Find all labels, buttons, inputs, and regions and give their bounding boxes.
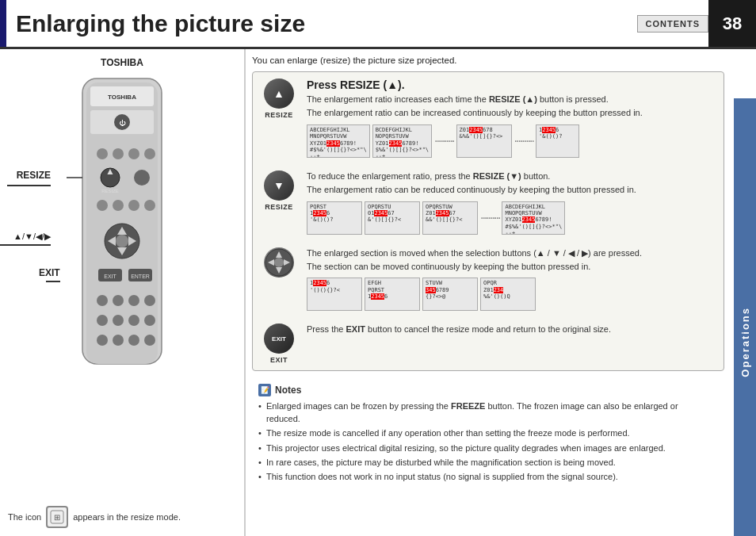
resize-up-label: RESIZE — [265, 111, 293, 119]
step-3-desc1: The enlarged section is moved when the s… — [307, 247, 717, 259]
step-4-row: EXIT EXIT Press the EXIT button to cance… — [259, 324, 717, 364]
header-accent-bar — [0, 0, 6, 47]
notes-icon: 📝 — [258, 384, 271, 396]
note-item-2: The resize mode is cancelled if any oper… — [258, 427, 693, 439]
svg-point-15 — [97, 200, 108, 211]
dots-1: ·········· — [434, 134, 453, 148]
svg-point-24 — [116, 235, 128, 247]
preview-box-1a: ABCDEFGHIJKLMNOPQRSTUVWXYZ0123456789!#$%… — [307, 124, 370, 158]
contents-button[interactable]: CONTENTS — [637, 15, 709, 33]
resize-mode-icon: ⊞ — [46, 506, 68, 528]
preview-box-2a: PQRST123456'&()()? — [307, 201, 362, 235]
step-2-desc: The enlargement ratio can be reduced con… — [307, 184, 717, 196]
notes-section: 📝 Notes Enlarged images can be frozen by… — [252, 377, 724, 492]
note-item-4: In rare cases, the picture may be distur… — [258, 457, 693, 469]
svg-point-39 — [128, 335, 139, 346]
svg-point-18 — [144, 200, 155, 211]
page-number: 38 — [708, 0, 756, 47]
svg-point-8 — [113, 148, 124, 159]
svg-point-40 — [144, 335, 155, 346]
svg-text:▲: ▲ — [105, 166, 115, 177]
svg-point-9 — [128, 148, 139, 159]
icon-note-text-after: appears in the resize mode. — [73, 512, 181, 522]
svg-text:⊞: ⊞ — [54, 513, 60, 522]
preview-row-3: 123456'()(){}?< EFGHPQRST123456 STUVW345… — [307, 278, 717, 311]
svg-text:⏻: ⏻ — [119, 120, 126, 127]
step-1-desc2: The enlargement ratio can be increased c… — [307, 107, 717, 119]
notes-list: Enlarged images can be frozen by pressin… — [258, 400, 693, 483]
remote-svg: TOSHIBA ⏻ ▲ RESIZE — [67, 75, 178, 376]
step-3-desc2: The section can be moved continuously by… — [307, 261, 717, 273]
svg-point-34 — [113, 315, 124, 326]
right-wrapper: You can enlarge (resize) the picture siz… — [246, 49, 756, 536]
note-item-1: Enlarged images can be frozen by pressin… — [258, 400, 693, 425]
main-content: TOSHIBA TOSHIBA ⏻ — [0, 49, 756, 536]
step-2-row: ▼ RESIZE To reduce the enlargement ratio… — [259, 170, 717, 239]
svg-point-36 — [144, 315, 155, 326]
nav-annotation: ▲/▼/◀/▶ — [0, 232, 51, 246]
preview-box-1d: 123456'&()()? — [536, 124, 579, 158]
nav-button-icon — [264, 247, 294, 278]
header-title-area: Enlarging the picture size — [6, 0, 637, 47]
remote-container: TOSHIBA ⏻ ▲ RESIZE — [8, 75, 236, 498]
resize-annotation: RESIZE — [7, 170, 51, 186]
svg-point-49 — [274, 258, 284, 267]
step-1-title: Press RESIZE (▲). — [307, 78, 717, 91]
right-content: You can enlarge (resize) the picture siz… — [246, 49, 756, 536]
icon-note-text-before: The icon — [8, 512, 41, 522]
svg-text:RESIZE: RESIZE — [101, 189, 119, 193]
svg-text:ENTER: ENTER — [131, 274, 150, 279]
svg-point-7 — [97, 148, 108, 159]
preview-box-1b: BCDEFGHIJKLNOPQRSTUVWYZ0123456789!$%&'()… — [372, 124, 432, 158]
step-1-icon: ▲ RESIZE — [259, 78, 299, 119]
preview-row-2: PQRST123456'&()()? OPQRSTU01234567&'()[]… — [307, 201, 717, 235]
left-panel: TOSHIBA TOSHIBA ⏻ — [0, 49, 246, 536]
preview-box-3b: EFGHPQRST123456 — [365, 278, 420, 311]
header-right-area: CONTENTS 38 — [637, 0, 757, 47]
step-2-icon: ▼ RESIZE — [259, 170, 299, 211]
svg-point-10 — [144, 148, 155, 159]
intro-text: You can enlarge (resize) the picture siz… — [252, 56, 724, 65]
step-3-row: The enlarged section is moved when the s… — [259, 247, 717, 316]
svg-point-38 — [113, 335, 124, 346]
step-3-content: The enlarged section is moved when the s… — [307, 247, 717, 316]
note-item-5: This function does not work in no input … — [258, 471, 693, 483]
svg-point-33 — [97, 315, 108, 326]
page-title: Enlarging the picture size — [16, 10, 305, 37]
nav-annotation-label: ▲/▼/◀/▶ — [13, 232, 51, 242]
step-1-desc1: The enlargement ratio increases each tim… — [307, 94, 717, 105]
step-4-icon: EXIT EXIT — [259, 324, 299, 364]
resize-down-label: RESIZE — [265, 203, 293, 211]
note-item-3: This projector uses electrical digital r… — [258, 442, 693, 454]
notes-title: 📝 Notes — [258, 384, 693, 396]
svg-point-37 — [97, 335, 108, 346]
instruction-box: ▲ RESIZE Press RESIZE (▲). The enlargeme… — [252, 71, 724, 371]
operations-sidebar: Operations — [734, 98, 756, 536]
svg-text:EXIT: EXIT — [104, 274, 116, 279]
exit-button-label: EXIT — [270, 356, 288, 364]
step-1-row: ▲ RESIZE Press RESIZE (▲). The enlargeme… — [259, 78, 717, 163]
preview-box-2b: OPQRSTU01234567&'()[]{}?< — [365, 201, 420, 235]
step-2-title: To reduce the enlargement ratio, press t… — [307, 170, 717, 182]
step-4-desc: Press the EXIT button to cancel the resi… — [307, 324, 717, 335]
icon-note: The icon ⊞ appears in the resize mode. — [8, 506, 236, 528]
svg-point-35 — [128, 315, 139, 326]
svg-point-29 — [97, 295, 108, 306]
preview-box-3d: OPQRZ01234%&'()()Q — [480, 278, 536, 311]
dots-2: ·········· — [514, 134, 533, 148]
svg-point-30 — [113, 295, 124, 306]
resize-up-button-icon: ▲ — [264, 78, 294, 109]
remote-label: TOSHIBA — [8, 57, 236, 68]
step-1-content: Press RESIZE (▲). The enlargement ratio … — [307, 78, 717, 163]
svg-point-31 — [128, 295, 139, 306]
remote-wrapper: TOSHIBA ⏻ ▲ RESIZE — [67, 75, 178, 378]
operations-label: Operations — [739, 307, 751, 377]
preview-box-1c: Z012345678&%&'()[]{}?<> — [456, 124, 512, 158]
preview-box-2c: OPQRSTUWZ01234567&&'()[]{}?< — [422, 201, 478, 235]
page-header: Enlarging the picture size CONTENTS 38 — [0, 0, 756, 49]
preview-box-2d: ABCDEFGHIJKLMNOPQRSTUVWXYZ0123456789!#$%… — [502, 201, 565, 235]
step-3-icon — [259, 247, 299, 278]
dots-3: ·········· — [480, 211, 499, 225]
preview-box-3c: STUVW3456789{}?<>@ — [422, 278, 478, 311]
preview-row-1: ABCDEFGHIJKLMNOPQRSTUVWXYZ0123456789!#$%… — [307, 124, 717, 158]
